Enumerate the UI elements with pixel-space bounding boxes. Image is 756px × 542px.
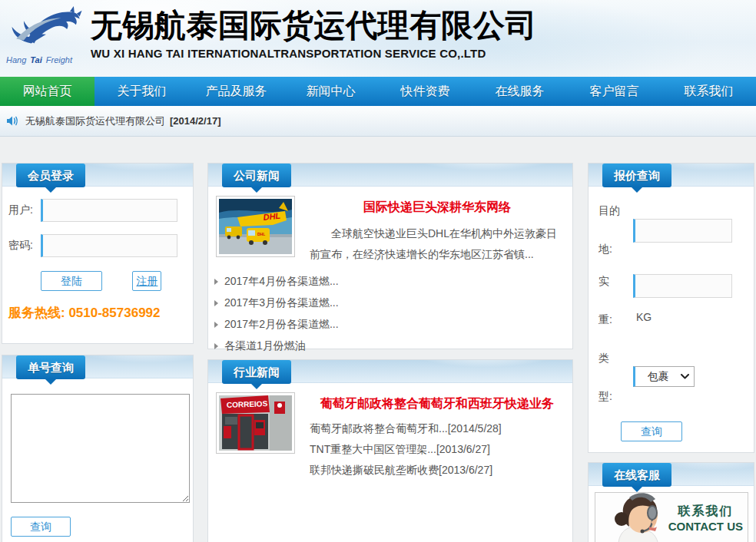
company-news-summary: 全球航空快递业巨头DHL在华机构中外运敦豪日前宣布，在经济快速增长的华东地区江苏…	[310, 223, 565, 265]
speaker-icon	[6, 114, 19, 127]
quote-query-tab: 报价查询	[602, 164, 671, 187]
package-type-selected: 包裹	[635, 370, 681, 384]
svg-text:DHL: DHL	[257, 232, 265, 236]
online-service-header: 在线客服	[589, 463, 754, 486]
online-service-title: 在线客服	[614, 468, 660, 481]
tracking-query-header: 单号查询	[2, 355, 193, 378]
contact-us-banner[interactable]: 联系我们 CONTACT US	[595, 492, 748, 542]
package-type-select[interactable]: 包裹	[633, 366, 695, 387]
list-item[interactable]: 各渠道1月份燃油	[213, 335, 568, 357]
triangle-right-icon	[214, 343, 218, 349]
member-login-header: 会员登录	[2, 164, 193, 187]
company-news-panel: 公司新闻 DHL DHL	[207, 163, 573, 349]
list-item[interactable]: 2017年2月份各渠道燃...	[213, 314, 568, 335]
contact-us-en: CONTACT US	[668, 520, 743, 533]
correios-news-thumbnail[interactable]: CORREIOS	[216, 392, 295, 454]
list-item[interactable]: 联邦快递撕破民航垄断收费[2013/6/27]	[310, 460, 565, 481]
weight-label-line2: 重:	[598, 300, 625, 339]
company-names: 无锡航泰国际货运代理有限公司 WU XI HANG TAI ITERNATION…	[91, 6, 537, 60]
svg-text:DHL: DHL	[263, 211, 281, 222]
correios-photo-icon: CORREIOS	[219, 395, 292, 451]
list-item[interactable]: 2017年3月份各渠道燃...	[213, 292, 568, 314]
list-item[interactable]: 葡萄牙邮政将整合葡萄牙和...[2014/5/28]	[310, 418, 565, 439]
nav-item-about[interactable]: 关于我们	[94, 77, 189, 106]
nav-item-news[interactable]: 新闻中心	[284, 77, 378, 106]
tracking-number-textarea[interactable]	[11, 394, 190, 503]
password-label: 密码:	[8, 239, 41, 253]
industry-news-featured-body: 葡萄牙邮政将整合葡萄牙和西班牙快递业务 葡萄牙邮政将整合葡萄牙和...[2014…	[310, 396, 565, 481]
company-news-list: 2017年4月份各渠道燃... 2017年3月份各渠道燃... 2017年2月份…	[208, 265, 572, 357]
nav-item-home[interactable]: 网站首页	[0, 77, 94, 106]
nav-item-contact[interactable]: 联系我们	[662, 77, 756, 106]
company-name-en: WU XI HANG TAI ITERNATIONALTRANSPORTATIO…	[91, 47, 537, 60]
company-news-header: 公司新闻	[208, 164, 572, 187]
destination-label: 目的 地:	[598, 191, 625, 268]
type-label-line2: 型:	[598, 377, 625, 415]
weight-unit-label: KG	[636, 311, 652, 323]
password-input[interactable]	[41, 234, 177, 257]
login-button[interactable]: 登陆	[41, 271, 102, 291]
industry-news-tab: 行业新闻	[222, 360, 291, 384]
list-item[interactable]: TNT重整大中国区管理架...[2013/6/27]	[310, 439, 565, 460]
weight-input[interactable]	[633, 274, 732, 298]
logo-word-3: Freight	[46, 55, 72, 64]
username-row: 用户:	[8, 199, 187, 222]
company-news-featured: DHL DHL 国际快递巨头深耕华东网络 全球航空快递业巨头DHL在华机构中外运…	[208, 187, 572, 265]
company-logo[interactable]: HangTaiFreight	[5, 5, 88, 72]
logo-caption: HangTaiFreight	[6, 55, 88, 64]
destination-label-line1: 目的	[598, 191, 625, 230]
tracking-query-title: 单号查询	[28, 361, 74, 374]
news-link: 2017年3月份各渠道燃...	[224, 296, 339, 310]
tab-pointer-icon	[45, 187, 56, 193]
announcement-date: [2014/2/17]	[170, 115, 221, 127]
announcement-link[interactable]: 无锡航泰国际货运代理有限公司	[25, 114, 165, 128]
nav-item-products[interactable]: 产品及服务	[189, 77, 284, 106]
tab-pointer-icon	[45, 379, 56, 385]
nav-item-online-service[interactable]: 在线服务	[472, 77, 567, 106]
username-input[interactable]	[41, 199, 177, 222]
login-buttons-row: 登陆 注册	[2, 271, 193, 291]
tracking-query-panel: 单号查询 查询	[2, 355, 194, 542]
news-link: 各渠道1月份燃油	[224, 339, 306, 353]
quote-query-title: 报价查询	[614, 169, 660, 182]
quote-query-button[interactable]: 查询	[621, 421, 682, 441]
destination-input[interactable]	[633, 219, 732, 243]
logo-word-1: Hang	[6, 55, 26, 64]
triangle-right-icon	[214, 300, 218, 306]
nav-item-rates[interactable]: 快件资费	[378, 77, 472, 106]
member-login-title: 会员登录	[28, 169, 74, 182]
industry-news-title: 行业新闻	[234, 365, 280, 378]
company-news-headline[interactable]: 国际快递巨头深耕华东网络	[310, 200, 565, 216]
online-service-panel: 在线客服 联系我们 CONTACT US	[588, 462, 754, 542]
site-header: HangTaiFreight 无锡航泰国际货运代理有限公司 WU XI HANG…	[0, 0, 756, 77]
dhl-news-thumbnail[interactable]: DHL DHL	[216, 196, 295, 257]
chevron-down-icon	[681, 374, 689, 379]
register-link[interactable]: 注册	[132, 271, 161, 291]
horse-logo-icon	[5, 5, 88, 54]
weight-label: 实 重:	[598, 262, 625, 339]
service-hotline: 服务热线: 0510-85736992	[8, 304, 193, 322]
company-news-title: 公司新闻	[234, 169, 280, 182]
type-label-line1: 类	[598, 339, 625, 377]
news-link: 2017年2月份各渠道燃...	[224, 318, 339, 332]
news-link: 2017年4月份各渠道燃...	[224, 275, 339, 289]
online-service-tab: 在线客服	[602, 463, 671, 487]
triangle-right-icon	[214, 322, 218, 328]
member-login-tab: 会员登录	[16, 164, 85, 187]
company-name-cn: 无锡航泰国际货运代理有限公司	[91, 6, 537, 45]
tracking-query-button[interactable]: 查询	[11, 517, 71, 537]
tab-pointer-icon	[632, 487, 642, 492]
industry-news-featured: CORREIOS 葡萄牙邮政将整合葡萄牙和西班牙快递业务 葡萄牙邮政将整合葡萄牙…	[208, 383, 572, 481]
nav-item-guestbook[interactable]: 客户留言	[567, 77, 662, 106]
type-label: 类 型:	[598, 339, 625, 415]
tab-pointer-icon	[251, 384, 262, 389]
tab-pointer-icon	[632, 187, 642, 193]
triangle-right-icon	[214, 279, 218, 285]
company-news-featured-body: 国际快递巨头深耕华东网络 全球航空快递业巨头DHL在华机构中外运敦豪日前宣布，在…	[310, 200, 565, 265]
list-item[interactable]: 2017年4月份各渠道燃...	[213, 271, 568, 292]
contact-us-cn: 联系我们	[668, 504, 743, 520]
industry-news-header: 行业新闻	[208, 360, 572, 383]
contact-us-text: 联系我们 CONTACT US	[668, 504, 743, 533]
industry-news-headline[interactable]: 葡萄牙邮政将整合葡萄牙和西班牙快递业务	[310, 396, 565, 412]
quote-query-panel: 报价查询 目的 地: 实 重: KG 类 型: 包裹 查询	[588, 163, 754, 453]
